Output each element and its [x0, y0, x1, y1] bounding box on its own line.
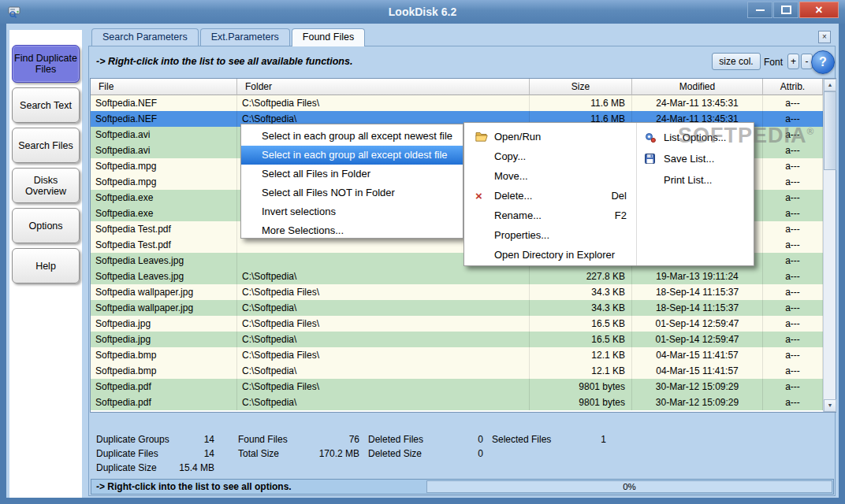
stat-item: Duplicate Files14	[96, 447, 214, 461]
stat-value: 170.2 MB	[319, 447, 359, 461]
cell-attrib: a---	[763, 253, 823, 269]
scrollbar-thumb[interactable]	[824, 91, 836, 170]
table-row[interactable]: Softpedia.jpgC:\Softpedia Files\16.5 KB0…	[91, 316, 823, 332]
cell-attrib: a---	[763, 221, 823, 237]
font-increase-button[interactable]: +	[787, 54, 799, 69]
cell-file: Softpedia.avi	[91, 143, 237, 158]
menu-item-save-list[interactable]: Save List...	[637, 148, 754, 169]
cell-modified: 30-Mar-12 15:09:29	[632, 395, 763, 410]
cell-size: 16.5 KB	[530, 332, 632, 347]
tab-search-parameters[interactable]: Search Parameters	[91, 28, 199, 46]
table-row[interactable]: Softpedia.bmpC:\Softpedia\12.1 KB04-Mar-…	[91, 363, 823, 379]
table-row[interactable]: Softpedia wallpaper.jpgC:\Softpedia File…	[91, 284, 823, 300]
stat-item: Deleted Files0	[368, 432, 483, 447]
close-button[interactable]: ×	[799, 2, 839, 18]
menu-item-invert-selections[interactable]: Invert selections	[241, 202, 463, 221]
table-row[interactable]: Softpedia.bmpC:\Softpedia Files\12.1 KB0…	[91, 347, 823, 363]
stat-value: 14	[204, 432, 214, 447]
stats-column: Duplicate Groups14Duplicate Files14Dupli…	[96, 432, 214, 475]
menu-item-label: Rename...	[494, 209, 615, 221]
cell-file: Softpedia.jpg	[91, 332, 237, 347]
menu-item-print-list[interactable]: Print List...	[637, 169, 754, 191]
cell-attrib: a---	[763, 316, 823, 332]
close-icon: ×	[815, 4, 822, 17]
status-hint: -> Right-click into the list to see all …	[96, 480, 292, 494]
stat-label: Deleted Size	[368, 447, 422, 461]
cell-attrib: a---	[763, 300, 823, 316]
menu-item-label: Print List...	[664, 174, 748, 186]
sidebar-item-help[interactable]: Help	[12, 248, 80, 284]
table-row[interactable]: Softpedia.pdfC:\Softpedia Files\9801 byt…	[91, 379, 823, 395]
cell-folder: C:\Softpedia\	[237, 269, 530, 284]
table-row[interactable]: Softpedia.jpgC:\Softpedia\16.5 KB01-Sep-…	[91, 332, 823, 347]
maximize-button[interactable]	[773, 2, 798, 18]
cell-attrib: a---	[763, 284, 823, 300]
sidebar-item-disks-overview[interactable]: Disks Overview	[12, 168, 80, 203]
menu-item-more-selections[interactable]: More Selections...	[241, 221, 463, 240]
cell-modified: 04-Mar-15 11:41:57	[632, 347, 763, 363]
cell-attrib: a---	[763, 95, 823, 111]
sidebar-item-find-duplicate-files[interactable]: Find Duplicate Files	[12, 45, 80, 83]
table-row[interactable]: Softpedia Leaves.jpgC:\Softpedia\227.8 K…	[91, 269, 823, 284]
cell-size: 34.3 KB	[530, 300, 632, 316]
menu-shortcut: F2	[615, 209, 627, 221]
stat-label: Selected Files	[492, 432, 551, 447]
cell-file: Softpedia Test.pdf	[91, 221, 237, 237]
table-row[interactable]: Softpedia.pdfC:\Softpedia\9801 bytes30-M…	[91, 395, 823, 410]
table-row[interactable]: Softpedia wallpaper.jpgC:\Softpedia\34.3…	[91, 300, 823, 316]
sidebar-item-options[interactable]: Options	[12, 208, 80, 243]
menu-item-open-run[interactable]: Open/Run	[464, 127, 636, 146]
stat-item: Duplicate Groups14	[96, 432, 214, 447]
menu-item-list-options[interactable]: List Options...	[637, 127, 754, 148]
menu-item-select-in-each-group-all-except-newest-file[interactable]: Select in each group all except newest f…	[241, 127, 463, 146]
scroll-down-button[interactable]: ▼	[824, 399, 836, 412]
sidebar-item-search-files[interactable]: Search Files	[12, 128, 80, 163]
vertical-scrollbar[interactable]: ▲ ▼	[823, 79, 836, 412]
cell-file: Softpedia.exe	[91, 190, 237, 206]
menu-item-copy[interactable]: Copy...	[464, 146, 636, 166]
menu-item-select-all-files-in-folder[interactable]: Select all Files in Folder	[241, 165, 463, 183]
menu-item-label: Properties...	[494, 229, 627, 241]
cell-file: Softpedia Test.pdf	[91, 237, 237, 253]
menu-item-open-directory-in-explorer[interactable]: Open Directory in Explorer	[464, 245, 636, 265]
menu-item-move[interactable]: Move...	[464, 166, 636, 186]
menu-item-delete[interactable]: ×Delete...Del	[464, 186, 636, 206]
menu-item-rename[interactable]: Rename...F2	[464, 206, 636, 225]
stats-column: Deleted Files0Deleted Size0	[368, 432, 483, 461]
cell-folder: C:\Softpedia\	[237, 300, 530, 316]
cell-attrib: a---	[763, 158, 823, 174]
cell-attrib: a---	[763, 395, 823, 410]
menu-item-label: List Options...	[664, 132, 748, 143]
menu-shortcut: Del	[611, 190, 627, 202]
cell-folder: C:\Softpedia\	[237, 395, 530, 410]
cell-size: 12.1 KB	[530, 363, 632, 379]
help-icon[interactable]: ?	[811, 50, 835, 74]
stat-item: Total Size170.2 MB	[238, 447, 359, 461]
stat-item: Deleted Size0	[368, 447, 483, 461]
tab-found-files[interactable]: Found Files	[292, 28, 365, 46]
cell-file: Softpedia.mpg	[91, 174, 237, 190]
context-menu: Open/RunCopy...Move...×Delete...DelRenam…	[463, 122, 754, 266]
scroll-up-button[interactable]: ▲	[824, 79, 836, 91]
column-header-attrib[interactable]: Attrib.	[763, 79, 823, 95]
tab-ext-parameters[interactable]: Ext.Parameters	[200, 28, 290, 46]
stat-value: 15.4 MB	[179, 461, 214, 475]
column-header-size[interactable]: Size	[530, 79, 632, 95]
save-icon	[645, 154, 664, 164]
sidebar-item-search-text[interactable]: Search Text	[12, 87, 80, 123]
minimize-button[interactable]	[747, 2, 772, 18]
app-window: LookDisk 6.2 × Find Duplicate FilesSearc…	[0, 0, 845, 504]
menu-item-select-all-files-not-in-folder[interactable]: Select all Files NOT in Folder	[241, 183, 463, 202]
column-header-folder[interactable]: Folder	[237, 79, 530, 95]
stats-column: Found Files76Total Size170.2 MB	[238, 432, 359, 461]
size-col-button[interactable]: size col.	[712, 53, 761, 70]
tab-panel-close-button[interactable]: ×	[818, 31, 831, 43]
menu-item-select-in-each-group-all-except-oldest-file[interactable]: Select in each group all except oldest f…	[241, 146, 463, 165]
column-header-modified[interactable]: Modified	[632, 79, 763, 95]
cell-attrib: a---	[763, 363, 823, 379]
column-header-file[interactable]: File	[91, 79, 237, 95]
table-row[interactable]: Softpedia.NEFC:\Softpedia Files\11.6 MB2…	[91, 95, 823, 111]
titlebar[interactable]: LookDisk 6.2 ×	[0, 0, 845, 24]
menu-item-properties[interactable]: Properties...	[464, 225, 636, 245]
font-label: Font	[764, 57, 783, 68]
